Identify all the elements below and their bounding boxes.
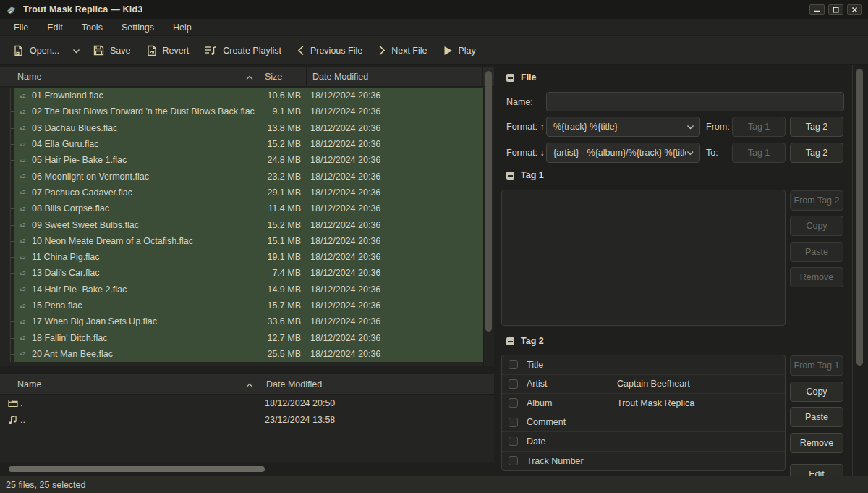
toolbar-revert-button[interactable]: Revert [140,41,197,61]
tag1-from-tag-2-button[interactable]: From Tag 2 [790,190,843,211]
tag2-field-row[interactable]: Date [502,432,785,452]
column-header-date-modified[interactable]: Date Modified [307,67,483,86]
tag2-remove-button[interactable]: Remove [790,433,843,453]
table-row[interactable]: v208 Bills Corpse.flac11.4 MB18/12/2024 … [0,201,483,216]
toolbar-create-playlist-button[interactable]: Create Playlist [197,41,289,61]
album-checkbox[interactable] [509,398,518,408]
table-row[interactable]: v203 Dachau Blues.flac13.8 MB18/12/2024 … [0,120,483,136]
collapse-icon[interactable] [506,172,514,180]
table-row[interactable]: v218 Fallin' Ditch.flac12.7 MB18/12/2024… [0,329,483,345]
menu-edit[interactable]: Edit [39,21,71,34]
tag2-paste-button[interactable]: Paste [790,407,843,427]
tag-version-badge: v2 [14,237,32,244]
tag2-edit-button[interactable]: Edit [790,464,843,476]
toolbar-open-button[interactable]: Open... [6,41,67,61]
table-row[interactable]: v206 Moonlight on Vermont.flac23.2 MB18/… [0,168,483,184]
directory-rows: .18/12/2024 20:50..23/12/2024 13:58 [0,395,494,428]
to-tag2-button[interactable]: Tag 2 [790,143,843,163]
toolbar-save-label: Save [110,46,131,56]
tag2-field-row[interactable]: AlbumTrout Mask Replica [502,394,785,413]
file-modified: 18/12/2024 20:36 [304,123,483,133]
from-tag1-button[interactable]: Tag 1 [732,117,786,137]
tag1-section-header[interactable]: Tag 1 [506,170,544,180]
field-label: Artist [527,379,547,389]
date-checkbox[interactable] [509,437,518,446]
table-row[interactable]: v207 Pachuco Cadaver.flac29.1 MB18/12/20… [0,185,483,201]
table-row[interactable]: v202 The Dust Blows Forward 'n the Dust … [0,104,483,119]
menu-help[interactable]: Help [165,21,200,34]
tag2-copy-button[interactable]: Copy [790,382,843,402]
field-value[interactable]: Captain Beefheart [610,379,785,389]
artist-checkbox[interactable] [509,379,518,389]
menu-file[interactable]: File [6,21,36,34]
tag2-field-row[interactable]: Comment [502,413,785,433]
tag1-field-table[interactable] [501,190,786,326]
table-row[interactable]: v210 Neon Meate Dream of a Octafish.flac… [0,233,483,249]
sort-ascending-icon [246,72,253,83]
file-list-scrollbar-thumb[interactable] [485,71,492,332]
tree-branch-icon [0,152,14,168]
column-header-size[interactable]: Size [260,67,307,86]
file-name: 15 Pena.flac [32,300,243,311]
column-header-name[interactable]: Name [0,67,260,86]
tag1-remove-button[interactable]: Remove [790,267,843,287]
filename-input[interactable] [546,92,844,111]
table-row[interactable]: v204 Ella Guru.flac15.2 MB18/12/2024 20:… [0,136,483,152]
format-to-combobox[interactable]: {artist} - %{album}/%{track} %{title} [546,143,700,163]
tag-version-badge: v2 [14,157,32,164]
toolbar-save-button[interactable]: Save [86,41,138,60]
table-row[interactable]: v220 Ant Man Bee.flac25.5 MB18/12/2024 2… [0,346,483,362]
format-to-label: Format: ↓ [506,148,545,158]
tag2-field-row[interactable]: ArtistCaptain Beefheart [502,375,785,395]
tree-branch-icon [0,346,14,362]
table-row[interactable]: v215 Pena.flac15.7 MB18/12/2024 20:36 [0,298,483,313]
minimize-button[interactable] [809,4,825,15]
open-file-icon [13,45,24,56]
from-label: From: [706,122,730,132]
tag1-paste-button[interactable]: Paste [790,242,843,262]
tag1-copy-button[interactable]: Copy [790,216,843,236]
toolbar-previous-file-label: Previous File [310,46,362,56]
toolbar-next-file-button[interactable]: Next File [371,41,434,60]
table-row[interactable]: v209 Sweet Sweet Bulbs.flac15.2 MB18/12/… [0,216,483,232]
file-list-header: Name Size Date Modified [0,67,494,87]
dir-column-header-date-modified[interactable]: Date Modified [260,374,494,394]
table-row[interactable]: v213 Dali's Car.flac7.4 MB18/12/2024 20:… [0,265,483,281]
file-modified: 18/12/2024 20:36 [304,172,483,182]
open-dropdown-button[interactable] [68,41,85,60]
maximize-button[interactable] [828,4,843,15]
dir-column-header-name[interactable]: Name [0,374,260,394]
table-row[interactable]: v205 Hair Pie- Bake 1.flac24.8 MB18/12/2… [0,152,483,168]
menu-settings[interactable]: Settings [114,21,162,34]
horizontal-scrollbar-thumb[interactable] [9,466,265,472]
table-row[interactable]: v211 China Pig.flac19.1 MB18/12/2024 20:… [0,249,483,265]
from-tag2-button[interactable]: Tag 2 [790,117,843,137]
tag2-field-left: Album [502,394,610,413]
file-section-header[interactable]: File [506,72,537,83]
tag2-from-tag-1-button[interactable]: From Tag 1 [790,355,843,376]
close-button[interactable] [847,4,862,15]
track-number-checkbox[interactable] [509,456,518,465]
directory-row[interactable]: ..23/12/2024 13:58 [0,411,494,428]
collapse-icon[interactable] [506,74,514,82]
tag2-field-row[interactable]: Title [502,355,785,375]
table-row[interactable]: v214 Hair Pie- Bake 2.flac14.9 MB18/12/2… [0,282,483,298]
tag2-field-row[interactable]: Track Number [502,452,785,471]
table-row[interactable]: v217 When Big Joan Sets Up.flac33.6 MB18… [0,313,483,329]
toolbar-play-button[interactable]: Play [436,41,483,60]
file-list: Name Size Date Modified v201 Frownland.f… [0,67,494,366]
collapse-icon[interactable] [506,337,514,345]
menu-tools[interactable]: Tools [74,21,111,34]
table-row[interactable]: v201 Frownland.flac10.6 MB18/12/2024 20:… [0,88,483,104]
directory-row[interactable]: .18/12/2024 20:50 [0,395,494,411]
toolbar-previous-file-button[interactable]: Previous File [290,41,370,60]
field-value[interactable]: Trout Mask Replica [610,398,785,408]
title-checkbox[interactable] [509,360,518,369]
to-tag1-button[interactable]: Tag 1 [732,143,786,163]
tag2-section-header[interactable]: Tag 2 [506,336,544,346]
toolbar-revert-label: Revert [163,46,190,56]
comment-checkbox[interactable] [509,418,518,427]
tag-version-badge: v2 [14,189,32,195]
format-from-combobox[interactable]: %{track} %{title} [546,117,700,137]
tag-panel-scrollbar-thumb[interactable] [856,69,863,366]
